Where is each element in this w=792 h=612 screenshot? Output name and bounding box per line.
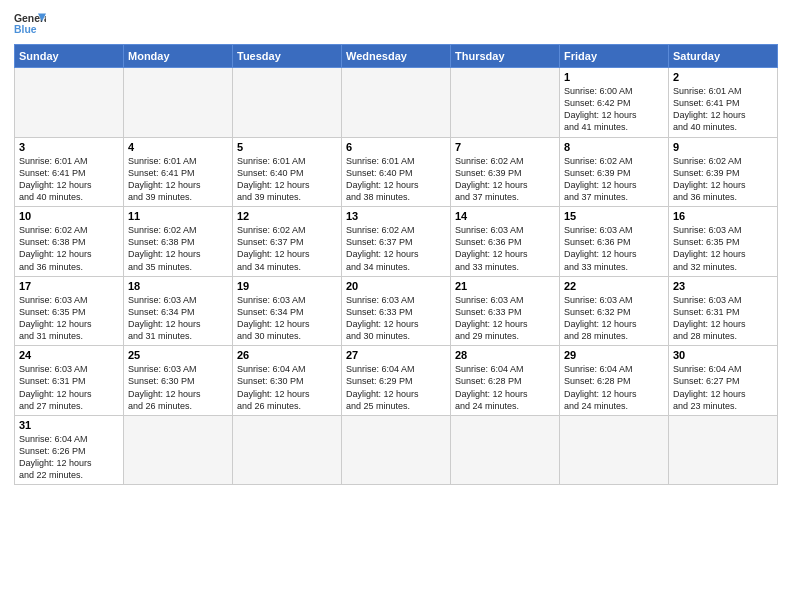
calendar-cell: 23Sunrise: 6:03 AM Sunset: 6:31 PM Dayli… [669,276,778,346]
day-number: 23 [673,280,773,292]
day-info: Sunrise: 6:02 AM Sunset: 6:37 PM Dayligh… [346,224,446,273]
day-info: Sunrise: 6:01 AM Sunset: 6:40 PM Dayligh… [237,155,337,204]
calendar-cell [669,415,778,485]
day-number: 24 [19,349,119,361]
calendar-cell: 18Sunrise: 6:03 AM Sunset: 6:34 PM Dayli… [124,276,233,346]
calendar-week-row: 24Sunrise: 6:03 AM Sunset: 6:31 PM Dayli… [15,346,778,416]
calendar-week-row: 3Sunrise: 6:01 AM Sunset: 6:41 PM Daylig… [15,137,778,207]
calendar-week-row: 10Sunrise: 6:02 AM Sunset: 6:38 PM Dayli… [15,207,778,277]
calendar-cell: 27Sunrise: 6:04 AM Sunset: 6:29 PM Dayli… [342,346,451,416]
calendar-cell [342,68,451,138]
calendar-cell: 10Sunrise: 6:02 AM Sunset: 6:38 PM Dayli… [15,207,124,277]
day-info: Sunrise: 6:03 AM Sunset: 6:32 PM Dayligh… [564,294,664,343]
weekday-header-tuesday: Tuesday [233,45,342,68]
day-number: 20 [346,280,446,292]
day-number: 30 [673,349,773,361]
calendar-cell: 20Sunrise: 6:03 AM Sunset: 6:33 PM Dayli… [342,276,451,346]
calendar-cell: 25Sunrise: 6:03 AM Sunset: 6:30 PM Dayli… [124,346,233,416]
calendar-week-row: 17Sunrise: 6:03 AM Sunset: 6:35 PM Dayli… [15,276,778,346]
day-info: Sunrise: 6:04 AM Sunset: 6:30 PM Dayligh… [237,363,337,412]
calendar-cell: 17Sunrise: 6:03 AM Sunset: 6:35 PM Dayli… [15,276,124,346]
day-info: Sunrise: 6:01 AM Sunset: 6:41 PM Dayligh… [19,155,119,204]
calendar-cell: 4Sunrise: 6:01 AM Sunset: 6:41 PM Daylig… [124,137,233,207]
day-info: Sunrise: 6:03 AM Sunset: 6:34 PM Dayligh… [128,294,228,343]
day-info: Sunrise: 6:00 AM Sunset: 6:42 PM Dayligh… [564,85,664,134]
day-info: Sunrise: 6:03 AM Sunset: 6:34 PM Dayligh… [237,294,337,343]
day-number: 4 [128,141,228,153]
calendar-cell: 31Sunrise: 6:04 AM Sunset: 6:26 PM Dayli… [15,415,124,485]
calendar-cell: 11Sunrise: 6:02 AM Sunset: 6:38 PM Dayli… [124,207,233,277]
calendar-cell [233,68,342,138]
day-number: 13 [346,210,446,222]
calendar-cell [233,415,342,485]
calendar-cell: 21Sunrise: 6:03 AM Sunset: 6:33 PM Dayli… [451,276,560,346]
calendar-cell [15,68,124,138]
day-info: Sunrise: 6:03 AM Sunset: 6:30 PM Dayligh… [128,363,228,412]
calendar-cell: 22Sunrise: 6:03 AM Sunset: 6:32 PM Dayli… [560,276,669,346]
calendar-cell: 9Sunrise: 6:02 AM Sunset: 6:39 PM Daylig… [669,137,778,207]
day-info: Sunrise: 6:02 AM Sunset: 6:39 PM Dayligh… [564,155,664,204]
day-number: 12 [237,210,337,222]
generalblue-icon: General Blue [14,10,46,38]
page: General Blue SundayMondayTuesdayWednesda… [0,0,792,612]
day-info: Sunrise: 6:01 AM Sunset: 6:40 PM Dayligh… [346,155,446,204]
calendar-cell [451,68,560,138]
day-number: 21 [455,280,555,292]
calendar-cell [560,415,669,485]
day-number: 14 [455,210,555,222]
calendar-cell: 3Sunrise: 6:01 AM Sunset: 6:41 PM Daylig… [15,137,124,207]
day-number: 10 [19,210,119,222]
day-info: Sunrise: 6:04 AM Sunset: 6:26 PM Dayligh… [19,433,119,482]
day-number: 2 [673,71,773,83]
day-info: Sunrise: 6:02 AM Sunset: 6:38 PM Dayligh… [128,224,228,273]
day-info: Sunrise: 6:03 AM Sunset: 6:35 PM Dayligh… [673,224,773,273]
day-number: 28 [455,349,555,361]
day-number: 29 [564,349,664,361]
day-number: 31 [19,419,119,431]
day-number: 8 [564,141,664,153]
day-info: Sunrise: 6:03 AM Sunset: 6:33 PM Dayligh… [455,294,555,343]
day-number: 17 [19,280,119,292]
calendar-week-row: 1Sunrise: 6:00 AM Sunset: 6:42 PM Daylig… [15,68,778,138]
calendar-cell: 16Sunrise: 6:03 AM Sunset: 6:35 PM Dayli… [669,207,778,277]
weekday-header-thursday: Thursday [451,45,560,68]
day-info: Sunrise: 6:02 AM Sunset: 6:39 PM Dayligh… [455,155,555,204]
weekday-header-sunday: Sunday [15,45,124,68]
day-number: 11 [128,210,228,222]
day-info: Sunrise: 6:02 AM Sunset: 6:38 PM Dayligh… [19,224,119,273]
calendar-table: SundayMondayTuesdayWednesdayThursdayFrid… [14,44,778,485]
calendar-cell: 24Sunrise: 6:03 AM Sunset: 6:31 PM Dayli… [15,346,124,416]
weekday-header-row: SundayMondayTuesdayWednesdayThursdayFrid… [15,45,778,68]
day-info: Sunrise: 6:03 AM Sunset: 6:31 PM Dayligh… [19,363,119,412]
day-number: 7 [455,141,555,153]
calendar-cell [124,68,233,138]
day-info: Sunrise: 6:01 AM Sunset: 6:41 PM Dayligh… [673,85,773,134]
day-info: Sunrise: 6:04 AM Sunset: 6:27 PM Dayligh… [673,363,773,412]
weekday-header-friday: Friday [560,45,669,68]
header: General Blue [14,10,778,38]
day-info: Sunrise: 6:03 AM Sunset: 6:35 PM Dayligh… [19,294,119,343]
weekday-header-monday: Monday [124,45,233,68]
day-info: Sunrise: 6:04 AM Sunset: 6:29 PM Dayligh… [346,363,446,412]
day-info: Sunrise: 6:02 AM Sunset: 6:37 PM Dayligh… [237,224,337,273]
calendar-cell: 26Sunrise: 6:04 AM Sunset: 6:30 PM Dayli… [233,346,342,416]
day-number: 27 [346,349,446,361]
calendar-cell [342,415,451,485]
day-number: 15 [564,210,664,222]
calendar-cell [124,415,233,485]
day-info: Sunrise: 6:02 AM Sunset: 6:39 PM Dayligh… [673,155,773,204]
day-info: Sunrise: 6:01 AM Sunset: 6:41 PM Dayligh… [128,155,228,204]
calendar-cell: 12Sunrise: 6:02 AM Sunset: 6:37 PM Dayli… [233,207,342,277]
calendar-cell: 14Sunrise: 6:03 AM Sunset: 6:36 PM Dayli… [451,207,560,277]
logo: General Blue [14,10,46,38]
calendar-cell: 8Sunrise: 6:02 AM Sunset: 6:39 PM Daylig… [560,137,669,207]
day-number: 9 [673,141,773,153]
day-number: 6 [346,141,446,153]
calendar-cell: 19Sunrise: 6:03 AM Sunset: 6:34 PM Dayli… [233,276,342,346]
day-number: 3 [19,141,119,153]
calendar-cell: 7Sunrise: 6:02 AM Sunset: 6:39 PM Daylig… [451,137,560,207]
calendar-cell: 28Sunrise: 6:04 AM Sunset: 6:28 PM Dayli… [451,346,560,416]
calendar-cell: 2Sunrise: 6:01 AM Sunset: 6:41 PM Daylig… [669,68,778,138]
day-number: 25 [128,349,228,361]
day-info: Sunrise: 6:03 AM Sunset: 6:36 PM Dayligh… [564,224,664,273]
